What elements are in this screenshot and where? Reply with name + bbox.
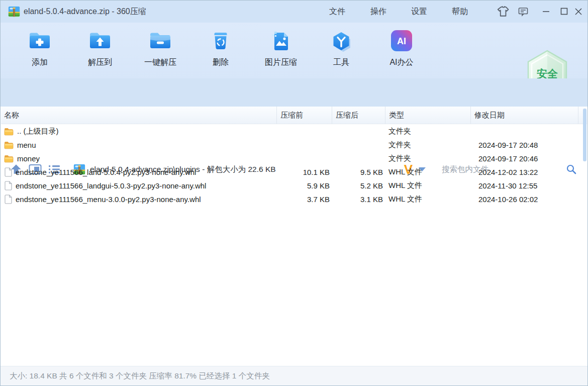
image-page-icon xyxy=(269,29,293,53)
column-header-date[interactable]: 修改日期 xyxy=(470,107,578,124)
close-button[interactable] xyxy=(573,7,583,17)
safe-badge-label: 安全 xyxy=(537,68,558,79)
table-row[interactable]: endstone_ye111566_landgui-5.0.3-py2.py3-… xyxy=(1,179,582,192)
minimize-button[interactable] xyxy=(541,7,551,17)
app-window: eland-5.0.4-advance.zip - 360压缩 文件操作设置帮助… xyxy=(0,0,588,386)
table-row[interactable]: endstone_ye111566_menu-3.0.0-py2.py3-non… xyxy=(1,192,582,206)
toolbar-label: 删除 xyxy=(213,57,229,68)
table-row[interactable]: .. (上级目录)文件夹 xyxy=(1,125,582,138)
file-name: money xyxy=(17,154,40,163)
type-cell: 文件夹 xyxy=(385,127,470,136)
ai-gradient-icon: AI xyxy=(389,29,414,53)
window-title: eland-5.0.4-advance.zip - 360压缩 xyxy=(24,7,146,17)
date-cell: 2024-10-26 02:02 xyxy=(470,195,578,204)
menu-file[interactable]: 文件 xyxy=(326,7,348,17)
table-row[interactable]: money文件夹2024-09-17 20:46 xyxy=(1,152,582,165)
toolbar-delete-button[interactable]: 删除 xyxy=(190,29,251,68)
size-before-cell: 10.1 KB xyxy=(276,168,332,176)
feedback-message-icon[interactable] xyxy=(518,6,530,18)
titlebar: eland-5.0.4-advance.zip - 360压缩 文件操作设置帮助 xyxy=(1,1,587,23)
toolbar-add-button[interactable]: 添加 xyxy=(10,29,70,68)
statusbar: 大小: 18.4 KB 共 6 个文件和 3 个文件夹 压缩率 81.7% 已经… xyxy=(1,366,587,385)
type-cell: WHL 文件 xyxy=(385,167,470,177)
toolbar-label: 一键解压 xyxy=(144,57,176,68)
folder-minus-icon xyxy=(148,29,172,53)
folder-up-icon xyxy=(88,29,112,53)
toolbar-extract-to-button[interactable]: 解压到 xyxy=(70,29,130,68)
file-list: .. (上级目录)文件夹 menu文件夹2024-09-17 20:48 mon… xyxy=(1,125,582,206)
menu-action[interactable]: 操作 xyxy=(367,7,389,17)
table-header: 名称 压缩前 压缩后 类型 修改日期 xyxy=(1,107,587,124)
file-name-cell: .. (上级目录) xyxy=(1,127,276,136)
address-row: eland-5.0.4-advance.zip\plugins - 解包大小为 … xyxy=(1,78,587,107)
size-before-cell: 3.7 KB xyxy=(276,195,332,204)
toolbar-label: 解压到 xyxy=(88,57,112,68)
skin-theme-icon[interactable] xyxy=(497,6,509,18)
status-text: 大小: 18.4 KB 共 6 个文件和 3 个文件夹 压缩率 81.7% 已经… xyxy=(10,371,270,381)
folder-icon xyxy=(4,127,14,136)
column-header-after[interactable]: 压缩后 xyxy=(332,107,385,124)
scrollbar-thumb[interactable] xyxy=(583,109,586,161)
toolbar-one-click-extract-button[interactable]: 一键解压 xyxy=(130,29,190,68)
column-header-before[interactable]: 压缩前 xyxy=(276,107,332,124)
svg-text:AI: AI xyxy=(397,36,406,46)
file-name: endstone_ye111566_landgui-5.0.3-py2.py3-… xyxy=(16,181,206,190)
table-row[interactable]: menu文件夹2024-09-17 20:48 xyxy=(1,138,582,152)
trash-recycle-icon xyxy=(209,29,233,53)
file-name: endstone_ye111566_menu-3.0.0-py2.py3-non… xyxy=(16,195,201,204)
type-cell: 文件夹 xyxy=(385,140,470,150)
size-after-cell: 3.1 KB xyxy=(332,195,385,204)
column-header-filler xyxy=(578,107,582,124)
file-name-cell: money xyxy=(1,154,276,163)
table-row[interactable]: endstone_ye111566_land-5.0.4-py2.py3-non… xyxy=(1,165,582,179)
file-name-cell: endstone_ye111566_land-5.0.4-py2.py3-non… xyxy=(1,167,276,177)
maximize-button[interactable] xyxy=(559,7,569,17)
file-name: menu xyxy=(17,141,36,149)
size-after-cell: 9.5 KB xyxy=(332,168,385,176)
type-cell: WHL 文件 xyxy=(385,195,470,204)
date-cell: 2024-12-02 13:22 xyxy=(470,168,578,176)
folder-icon xyxy=(4,154,14,163)
toolbar-label: 添加 xyxy=(32,57,48,68)
toolbar-label: AI办公 xyxy=(389,57,413,68)
toolbar-tools-button[interactable]: 工具 xyxy=(311,29,371,68)
menu-help[interactable]: 帮助 xyxy=(449,7,471,17)
file-name-cell: menu xyxy=(1,141,276,149)
file-icon xyxy=(4,167,12,177)
toolbar-label: 图片压缩 xyxy=(265,57,297,68)
type-cell: WHL 文件 xyxy=(385,181,470,190)
toolbar-image-compress-button[interactable]: 图片压缩 xyxy=(251,29,311,68)
column-header-name[interactable]: 名称 xyxy=(1,107,276,124)
toolbar-ai-office-button[interactable]: AIAI办公 xyxy=(371,29,432,68)
toolbar-items: 添加 解压到 一键解压 删除 xyxy=(10,29,432,68)
date-cell: 2024-09-17 20:46 xyxy=(470,154,578,163)
size-before-cell: 5.9 KB xyxy=(276,181,332,190)
folder-plus-icon xyxy=(28,29,52,53)
hexagon-y-icon xyxy=(329,29,353,53)
toolbar-label: 工具 xyxy=(333,57,349,68)
file-name: .. (上级目录) xyxy=(17,127,59,136)
menu-settings[interactable]: 设置 xyxy=(408,7,430,17)
folder-icon xyxy=(4,141,14,149)
column-header-type[interactable]: 类型 xyxy=(385,107,470,124)
date-cell: 2024-11-30 12:55 xyxy=(470,181,578,190)
file-name-cell: endstone_ye111566_menu-3.0.0-py2.py3-non… xyxy=(1,195,276,204)
file-name-cell: endstone_ye111566_landgui-5.0.3-py2.py3-… xyxy=(1,181,276,190)
zip-app-icon xyxy=(8,5,21,18)
file-icon xyxy=(4,195,12,204)
type-cell: 文件夹 xyxy=(385,154,470,163)
size-after-cell: 5.2 KB xyxy=(332,181,385,190)
date-cell: 2024-09-17 20:48 xyxy=(470,141,578,149)
toolbar: 添加 解压到 一键解压 删除 xyxy=(1,23,587,78)
file-icon xyxy=(4,181,12,190)
file-name: endstone_ye111566_land-5.0.4-py2.py3-non… xyxy=(16,168,196,176)
